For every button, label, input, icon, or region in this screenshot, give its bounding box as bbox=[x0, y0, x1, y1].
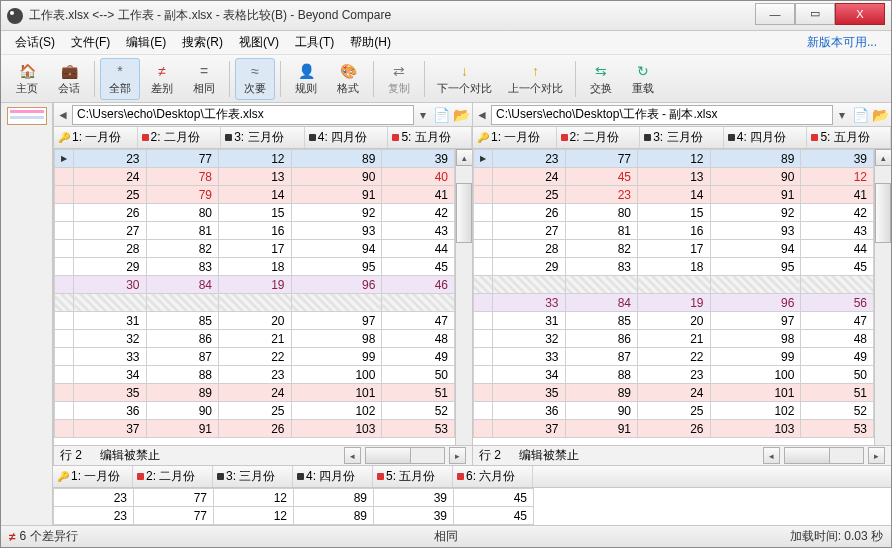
cell[interactable]: 89 bbox=[294, 489, 374, 507]
cell[interactable]: 43 bbox=[801, 222, 874, 240]
scroll-right-icon[interactable]: ▸ bbox=[868, 447, 885, 464]
cell[interactable]: 37 bbox=[493, 420, 566, 438]
right-grid[interactable]: 2377128939244513901225231491412680159242… bbox=[473, 149, 874, 445]
cell[interactable]: 92 bbox=[291, 204, 382, 222]
cell[interactable]: 77 bbox=[146, 150, 219, 168]
cell[interactable]: 31 bbox=[74, 312, 147, 330]
same-filter-button[interactable]: =相同 bbox=[184, 58, 224, 100]
overview-gutter[interactable] bbox=[1, 103, 53, 525]
cell[interactable]: 14 bbox=[638, 186, 711, 204]
cell[interactable]: 89 bbox=[294, 507, 374, 525]
col-5[interactable]: 5: 五月份 bbox=[373, 466, 453, 487]
cell[interactable]: 23 bbox=[493, 150, 566, 168]
menu-search[interactable]: 搜索(R) bbox=[176, 32, 229, 53]
cell[interactable]: 33 bbox=[493, 348, 566, 366]
cell[interactable] bbox=[801, 276, 874, 294]
rules-button[interactable]: 👤规则 bbox=[286, 58, 326, 100]
cell[interactable]: 13 bbox=[638, 168, 711, 186]
cell[interactable]: 39 bbox=[374, 489, 454, 507]
cell[interactable]: 52 bbox=[382, 402, 455, 420]
cell[interactable]: 23 bbox=[638, 366, 711, 384]
cell[interactable]: 94 bbox=[710, 240, 801, 258]
cell[interactable]: 46 bbox=[382, 276, 455, 294]
cell[interactable]: 53 bbox=[382, 420, 455, 438]
cell[interactable]: 14 bbox=[219, 186, 292, 204]
cell[interactable]: 94 bbox=[291, 240, 382, 258]
cell[interactable]: 53 bbox=[801, 420, 874, 438]
cell[interactable]: 13 bbox=[219, 168, 292, 186]
hscrollbar[interactable] bbox=[784, 447, 864, 464]
close-button[interactable]: X bbox=[835, 3, 885, 25]
cell[interactable]: 12 bbox=[219, 150, 292, 168]
menu-edit[interactable]: 编辑(E) bbox=[120, 32, 172, 53]
cell[interactable]: 91 bbox=[291, 186, 382, 204]
table-row[interactable]: 3185209747 bbox=[474, 312, 874, 330]
cell[interactable]: 36 bbox=[493, 402, 566, 420]
col-1[interactable]: 🔑1: 一月份 bbox=[473, 127, 557, 148]
col-4[interactable]: 4: 四月份 bbox=[305, 127, 389, 148]
cell[interactable]: 19 bbox=[219, 276, 292, 294]
cell[interactable]: 22 bbox=[638, 348, 711, 366]
col-4[interactable]: 4: 四月份 bbox=[293, 466, 373, 487]
cell[interactable]: 83 bbox=[565, 258, 638, 276]
cell[interactable]: 25 bbox=[219, 402, 292, 420]
update-link[interactable]: 新版本可用... bbox=[801, 32, 883, 53]
cell[interactable]: 17 bbox=[638, 240, 711, 258]
reload-button[interactable]: ↻重载 bbox=[623, 58, 663, 100]
cell[interactable]: 101 bbox=[291, 384, 382, 402]
left-grid[interactable]: 2377128939247813904025791491412680159242… bbox=[54, 149, 455, 445]
cell[interactable]: 102 bbox=[291, 402, 382, 420]
cell[interactable]: 23 bbox=[54, 489, 134, 507]
cell[interactable]: 51 bbox=[801, 384, 874, 402]
cell[interactable]: 12 bbox=[214, 489, 294, 507]
cell[interactable]: 98 bbox=[710, 330, 801, 348]
cell[interactable]: 32 bbox=[493, 330, 566, 348]
hscrollbar[interactable] bbox=[365, 447, 445, 464]
scroll-up-icon[interactable]: ▴ bbox=[456, 149, 472, 166]
path-prev-button[interactable]: ◄ bbox=[475, 108, 489, 122]
table-row[interactable]: 35892410151 bbox=[474, 384, 874, 402]
cell[interactable]: 89 bbox=[710, 150, 801, 168]
overview-thumb[interactable] bbox=[7, 107, 47, 125]
cell[interactable]: 100 bbox=[291, 366, 382, 384]
right-path-input[interactable]: C:\Users\echo\Desktop\工作表 - 副本.xlsx bbox=[491, 105, 833, 125]
cell[interactable]: 41 bbox=[382, 186, 455, 204]
scroll-thumb[interactable] bbox=[456, 183, 472, 243]
swap-button[interactable]: ⇆交换 bbox=[581, 58, 621, 100]
cell[interactable]: 47 bbox=[382, 312, 455, 330]
cell[interactable]: 56 bbox=[801, 294, 874, 312]
cell[interactable]: 41 bbox=[801, 186, 874, 204]
cell[interactable]: 33 bbox=[493, 294, 566, 312]
cell[interactable]: 39 bbox=[374, 507, 454, 525]
table-row[interactable]: 34882310050 bbox=[55, 366, 455, 384]
table-row[interactable]: 3084199646 bbox=[55, 276, 455, 294]
table-row[interactable]: 2882179444 bbox=[474, 240, 874, 258]
cell[interactable]: 25 bbox=[638, 402, 711, 420]
col-2[interactable]: 2: 二月份 bbox=[557, 127, 641, 148]
diff-filter-button[interactable]: ≠差别 bbox=[142, 58, 182, 100]
cell[interactable]: 40 bbox=[382, 168, 455, 186]
detail-grid[interactable]: 237712893945237712893945 bbox=[53, 488, 891, 525]
open-file-icon[interactable]: 📄 bbox=[851, 106, 869, 124]
cell[interactable]: 36 bbox=[74, 402, 147, 420]
table-row[interactable]: 3387229949 bbox=[474, 348, 874, 366]
cell[interactable]: 12 bbox=[801, 168, 874, 186]
cell[interactable]: 89 bbox=[565, 384, 638, 402]
cell[interactable]: 16 bbox=[219, 222, 292, 240]
col-3[interactable]: 3: 三月份 bbox=[221, 127, 305, 148]
cell[interactable]: 99 bbox=[291, 348, 382, 366]
scroll-thumb[interactable] bbox=[875, 183, 891, 243]
col-1[interactable]: 🔑1: 一月份 bbox=[53, 466, 133, 487]
cell[interactable]: 32 bbox=[74, 330, 147, 348]
cell[interactable]: 91 bbox=[565, 420, 638, 438]
cell[interactable]: 87 bbox=[565, 348, 638, 366]
cell[interactable]: 96 bbox=[710, 294, 801, 312]
cell[interactable]: 29 bbox=[493, 258, 566, 276]
cell[interactable]: 77 bbox=[134, 489, 214, 507]
open-file-icon[interactable]: 📄 bbox=[432, 106, 450, 124]
table-row[interactable]: 35892410151 bbox=[55, 384, 455, 402]
cell[interactable]: 15 bbox=[638, 204, 711, 222]
cell[interactable]: 17 bbox=[219, 240, 292, 258]
col-1[interactable]: 🔑1: 一月份 bbox=[54, 127, 138, 148]
cell[interactable]: 34 bbox=[493, 366, 566, 384]
